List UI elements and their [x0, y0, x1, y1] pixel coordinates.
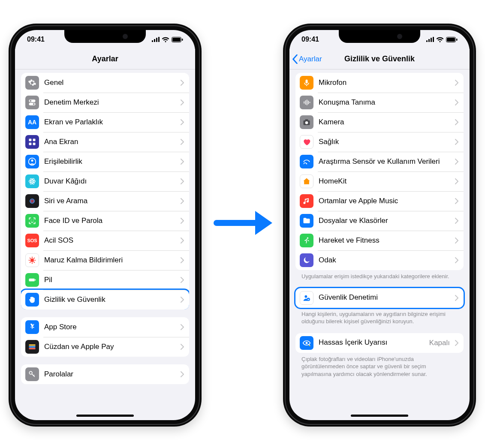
settings-row-siri[interactable]: Siri ve Arama: [21, 191, 189, 211]
back-button[interactable]: Ayarlar: [292, 49, 322, 69]
settings-row-control-center[interactable]: Denetim Merkezi: [21, 93, 189, 112]
chevron-right-icon: [455, 119, 458, 125]
svg-rect-48: [447, 38, 455, 42]
svg-point-60: [307, 238, 308, 239]
settings-group: Parolalar: [21, 364, 189, 384]
chevron-right-icon: [181, 218, 184, 224]
chevron-right-icon: [181, 198, 184, 204]
svg-rect-5: [172, 38, 181, 42]
key-icon: [25, 367, 39, 381]
row-label: Ana Ekran: [44, 138, 175, 146]
appstore-icon: [25, 320, 39, 334]
chevron-right-icon: [455, 238, 458, 244]
svg-rect-50: [306, 80, 308, 84]
svg-rect-1: [154, 39, 155, 42]
settings-row-privacy[interactable]: Gizlilik ve Güvenlik: [21, 290, 189, 310]
settings-row-sos[interactable]: SOS Acil SOS: [21, 231, 189, 250]
settings-row-display[interactable]: AA Ekran ve Parlaklık: [21, 112, 189, 132]
home-icon: [300, 174, 313, 188]
row-label: Face ID ve Parola: [44, 216, 175, 225]
row-label: Güvenlik Denetimi: [319, 293, 450, 302]
settings-row-faceid[interactable]: Face ID ve Parola: [21, 211, 189, 231]
group-footer: Hangi kişilerin, uygulamaların ve aygıtl…: [295, 308, 464, 325]
navbar-right: Ayarlar Gizlilik ve Güvenlik: [289, 49, 470, 69]
svg-point-40: [29, 371, 32, 374]
row-label: Denetim Merkezi: [44, 98, 175, 107]
sensor-icon: [300, 155, 313, 168]
settings-row-research[interactable]: Araştırma Sensör ve Kullanım Verileri: [295, 152, 464, 171]
settings-row-safety-check[interactable]: Güvenlik Denetimi: [295, 288, 464, 308]
settings-row-media[interactable]: Ortamlar ve Apple Music: [295, 191, 464, 211]
mic-icon: [300, 76, 313, 90]
settings-row-exposure[interactable]: Maruz Kalma Bildirimleri: [21, 250, 189, 270]
chevron-right-icon: [455, 80, 458, 86]
svg-rect-36: [35, 279, 36, 280]
row-label: Pil: [44, 276, 175, 284]
row-label: Konuşma Tanıma: [319, 98, 450, 107]
settings-group: Güvenlik Denetimi: [295, 288, 464, 308]
home-indicator[interactable]: [76, 415, 134, 417]
svg-point-21: [29, 198, 36, 205]
settings-row-general[interactable]: Genel: [21, 73, 189, 93]
row-label: Acil SOS: [44, 236, 175, 245]
settings-row-homekit[interactable]: HomeKit: [295, 171, 464, 191]
row-label: Parolalar: [44, 370, 175, 379]
settings-row-wallpaper[interactable]: Duvar Kâğıdı: [21, 171, 189, 191]
svg-rect-37: [29, 344, 36, 346]
row-label: Hareket ve Fitness: [319, 236, 450, 245]
settings-row-speech[interactable]: Konuşma Tanıma: [295, 93, 464, 112]
svg-point-61: [304, 295, 307, 298]
back-label: Ayarlar: [299, 55, 322, 63]
battery-icon: [172, 37, 183, 42]
svg-rect-35: [29, 279, 35, 282]
svg-line-31: [30, 258, 31, 259]
svg-point-10: [33, 103, 35, 105]
svg-point-26: [30, 259, 34, 262]
page-title: Gizlilik ve Güvenlik: [344, 54, 415, 63]
toggles-icon: [25, 96, 39, 109]
row-label: Siri ve Arama: [44, 197, 175, 205]
settings-row-health[interactable]: Sağlık: [295, 132, 464, 152]
svg-point-57: [305, 121, 308, 124]
row-label: Dosyalar ve Klasörler: [319, 216, 450, 225]
chevron-right-icon: [181, 257, 184, 263]
row-label: Ortamlar ve Apple Music: [319, 197, 450, 205]
svg-point-25: [33, 220, 34, 221]
chevron-right-icon: [455, 99, 458, 105]
hand-icon: [25, 293, 39, 307]
phone-left: 09:41 Ayarlar Genel Denetim Merkezi AA E…: [9, 24, 202, 427]
settings-row-accessibility[interactable]: Erişilebilirlik: [21, 152, 189, 171]
settings-row-sensitive[interactable]: Hassas İçerik Uyarısı Kapalı: [295, 333, 464, 353]
row-label: Sağlık: [319, 138, 450, 146]
chevron-right-icon: [181, 139, 184, 145]
settings-row-wallet[interactable]: Cüzdan ve Apple Pay: [21, 337, 189, 357]
grid-icon: [25, 135, 39, 149]
settings-group: Genel Denetim Merkezi AA Ekran ve Parlak…: [21, 73, 189, 310]
siri-icon: [25, 194, 39, 208]
row-label: Genel: [44, 78, 175, 87]
home-indicator[interactable]: [351, 415, 408, 417]
settings-row-microphone[interactable]: Mikrofon: [295, 73, 464, 93]
settings-row-files[interactable]: Dosyalar ve Klasörler: [295, 211, 464, 231]
camera-icon: [300, 115, 313, 129]
settings-row-fitness[interactable]: Hareket ve Fitness: [295, 231, 464, 250]
settings-row-appstore[interactable]: App Store: [21, 317, 189, 337]
row-label: Duvar Kâğıdı: [44, 177, 175, 186]
settings-row-home-screen[interactable]: Ana Ekran: [21, 132, 189, 152]
settings-row-camera[interactable]: Kamera: [295, 112, 464, 132]
cellular-icon: [152, 37, 160, 42]
svg-rect-46: [433, 37, 434, 42]
atom-icon: [25, 174, 39, 188]
group-footer: Çıplak fotoğrafları ve videoları iPhone'…: [295, 353, 464, 378]
svg-rect-2: [156, 38, 157, 42]
battery-icon: [446, 37, 458, 42]
row-label: Maruz Kalma Bildirimleri: [44, 256, 175, 265]
settings-row-battery[interactable]: Pil: [21, 270, 189, 290]
gear-icon: [25, 76, 39, 90]
arrow-icon: [212, 206, 272, 242]
svg-rect-45: [431, 38, 432, 42]
battery-icon: [25, 273, 39, 287]
row-label: Cüzdan ve Apple Pay: [44, 343, 175, 351]
settings-row-passwords[interactable]: Parolalar: [21, 364, 189, 384]
settings-row-focus[interactable]: Odak: [295, 250, 464, 270]
